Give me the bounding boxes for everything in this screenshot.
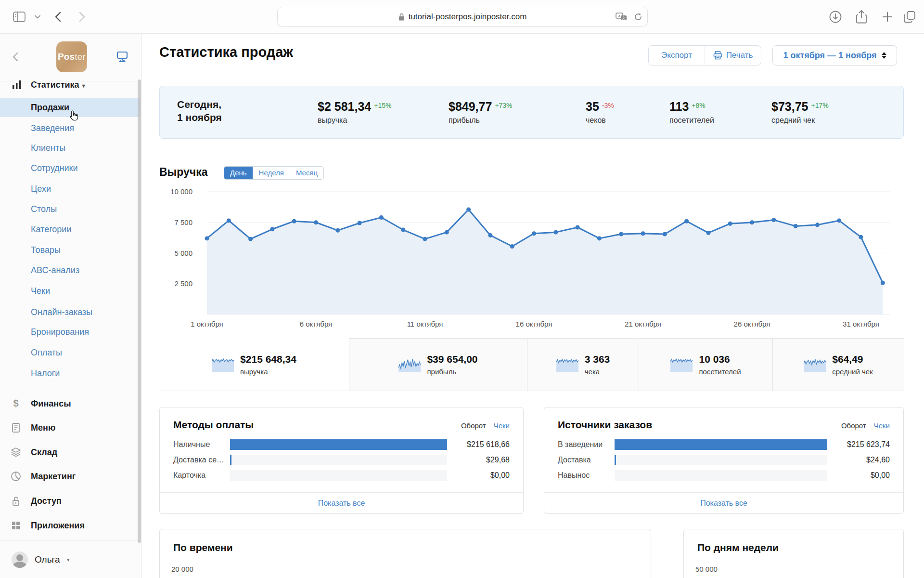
svg-text:10 000: 10 000 <box>170 187 192 196</box>
layers-icon <box>11 447 21 458</box>
print-button[interactable]: Печать <box>705 46 761 65</box>
sidebar-item-sotrudniki[interactable]: Сотрудники <box>0 158 141 178</box>
source-row-inhouse: В заведении $215 623,74 <box>558 439 890 450</box>
period-metrics-row: $215 648,34выручка $39 654,00прибыль 3 3… <box>159 338 904 391</box>
toggle-receipts[interactable]: Чеки <box>494 421 510 430</box>
sidebar-item-abc-analiz[interactable]: АВС-анализ <box>0 260 141 280</box>
sidebar-item-menyu[interactable]: Меню <box>0 418 141 438</box>
delta-badge: +15% <box>374 102 391 109</box>
source-row-delivery: Доставка $24,60 <box>558 455 890 465</box>
delta-badge: +8% <box>692 102 705 109</box>
reload-icon[interactable] <box>634 13 642 21</box>
payment-row-cash: Наличные $215 618,66 <box>173 439 510 450</box>
sidebar-item-kategorii[interactable]: Категории <box>0 219 141 239</box>
period-tabs: День Неделя Месяц <box>224 166 324 180</box>
collapse-sidebar-icon[interactable] <box>7 48 24 66</box>
bar-track <box>230 455 447 465</box>
sidebar-item-stoly[interactable]: Столы <box>0 199 141 219</box>
sidebar-item-tovary[interactable]: Товары <box>0 240 141 260</box>
cursor-hand-icon <box>68 110 80 122</box>
avg-receipt-sparkline-icon <box>804 357 826 372</box>
bar-track <box>230 470 447 481</box>
y-axis-row: 20 000 <box>171 565 637 573</box>
tab-month[interactable]: Месяц <box>290 167 323 179</box>
svg-text:11 октября: 11 октября <box>407 320 443 328</box>
user-name: Ольга <box>35 554 60 565</box>
document-icon <box>11 422 21 433</box>
pos-terminal-icon[interactable] <box>114 48 131 66</box>
sidebar-item-cheki[interactable]: Чеки <box>0 281 141 301</box>
svg-text:31 октября: 31 октября <box>843 320 879 328</box>
payment-row-card: Карточка $0,00 <box>173 470 510 481</box>
url-text: tutorial-posterpos.joinposter.com <box>409 12 527 22</box>
sidebar-item-klienty[interactable]: Клиенты <box>0 138 141 158</box>
export-button[interactable]: Экспорт <box>649 46 705 65</box>
share-icon[interactable] <box>853 8 870 26</box>
unlock-icon <box>11 496 21 506</box>
toolbar-chevron-down-icon[interactable] <box>29 8 46 26</box>
sidebar-item-statistika[interactable]: Статистика▾ <box>0 75 141 95</box>
source-row-takeaway: Навынос $0,00 <box>558 470 890 481</box>
show-all-link[interactable]: Показать все <box>544 492 903 513</box>
bar-track <box>615 470 827 481</box>
sidebar-scrollbar[interactable] <box>138 79 141 543</box>
receipts-sparkline-icon <box>556 357 578 372</box>
bar-fill <box>230 439 447 450</box>
sidebar-item-dostup[interactable]: Доступ <box>0 491 141 511</box>
new-tab-icon[interactable] <box>879 8 896 26</box>
sidebar-item-onlayn-zakazy[interactable]: Онлайн-заказы <box>0 302 141 322</box>
metric-cell-revenue[interactable]: $215 648,34выручка <box>159 338 349 391</box>
sidebar-item-finansy[interactable]: $ Финансы <box>0 394 141 414</box>
sidebar-item-bronirovaniya[interactable]: Бронирования <box>0 322 141 342</box>
svg-text:16 октября: 16 октября <box>516 320 552 328</box>
metric-cell-profit[interactable]: $39 654,00прибыль <box>349 338 527 391</box>
translate-icon[interactable]: A文 <box>616 13 627 21</box>
printer-icon <box>713 51 722 60</box>
sidebar-item-marketing[interactable]: Маркетинг <box>0 466 141 486</box>
sidebar-item-prilozheniya[interactable]: Приложения <box>0 515 141 536</box>
tab-week[interactable]: Неделя <box>253 167 290 179</box>
metric-cell-receipts[interactable]: 3 363чека <box>527 338 639 391</box>
forward-icon[interactable] <box>73 8 90 26</box>
browser-chrome: tutorial-posterpos.joinposter.com A文 <box>0 0 924 34</box>
poster-logo[interactable]: Poster <box>56 41 87 72</box>
delta-badge: -3% <box>602 102 614 109</box>
lock-icon <box>398 13 405 21</box>
toggle-turnover[interactable]: Оборот <box>461 421 486 430</box>
downloads-icon[interactable] <box>827 8 844 26</box>
profit-sparkline-icon <box>398 357 421 372</box>
summary-date: Сегодня,1 ноября <box>177 98 222 124</box>
panel-title: Методы оплаты <box>173 419 254 431</box>
delta-badge: +17% <box>811 102 828 109</box>
page-title: Статистика продаж <box>159 44 293 60</box>
panel-title: По времени <box>173 542 233 553</box>
delta-badge: +73% <box>495 102 512 109</box>
user-menu[interactable]: Ольга ▾ <box>0 550 141 570</box>
sidebar-item-tsekhi[interactable]: Цехи <box>0 179 141 199</box>
revenue-chart-title: Выручка <box>159 166 207 179</box>
sidebar-item-sklad[interactable]: Склад <box>0 442 141 462</box>
show-all-link[interactable]: Показать все <box>160 492 523 513</box>
metric-cell-avg-receipt[interactable]: $64,49средний чек <box>772 338 904 391</box>
revenue-chart: 2 5005 0007 50010 0001 октября6 октября1… <box>159 183 904 337</box>
url-bar[interactable]: tutorial-posterpos.joinposter.com A文 <box>277 7 648 26</box>
sidebar-item-nalogi[interactable]: Налоги <box>0 363 141 383</box>
metric-cell-visitors[interactable]: 10 036посетителей <box>639 338 772 391</box>
export-print-group: Экспорт Печать <box>648 45 761 66</box>
toggle-turnover[interactable]: Оборот <box>841 421 866 430</box>
toggle-receipts[interactable]: Чеки <box>874 421 890 430</box>
svg-text:A: A <box>618 13 621 18</box>
sidebar-toggle-icon[interactable] <box>11 8 28 26</box>
sidebar-item-oplaty[interactable]: Оплаты <box>0 342 141 363</box>
tab-day[interactable]: День <box>224 167 253 179</box>
back-icon[interactable] <box>49 8 66 26</box>
bar-fill <box>615 455 616 465</box>
tab-overview-icon[interactable] <box>901 8 918 26</box>
svg-text:$: $ <box>13 398 18 408</box>
svg-text:2 500: 2 500 <box>174 279 192 288</box>
y-axis-row: 50 000 <box>695 565 890 573</box>
date-range-select[interactable]: 1 октября — 1 ноября <box>772 45 897 66</box>
select-arrows-icon <box>882 52 886 59</box>
payment-methods-panel: Методы оплаты Оборот Чеки Наличные $215 … <box>159 407 524 514</box>
main-content: Статистика продаж Экспорт Печать 1 октяб… <box>141 34 924 578</box>
